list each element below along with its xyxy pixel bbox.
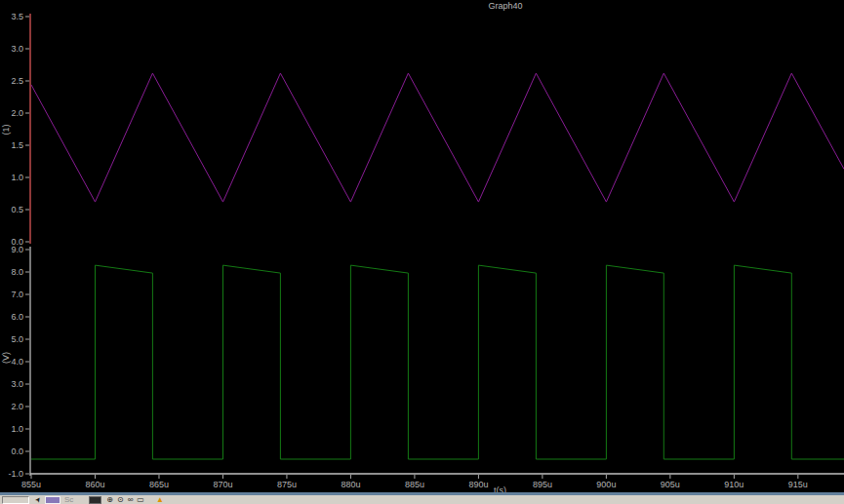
x-tick-label: 880u bbox=[336, 480, 365, 489]
y-tick-label: 3.0 bbox=[0, 379, 23, 389]
x-tick-label: 895u bbox=[528, 480, 557, 489]
plot-canvas[interactable]: 3.53.02.52.01.51.00.50.09.08.07.06.05.04… bbox=[0, 0, 844, 492]
y-tick-label: 1.0 bbox=[0, 424, 23, 434]
y-tick-label: 6.0 bbox=[0, 312, 23, 322]
box-icon[interactable]: ▭ bbox=[137, 495, 144, 504]
x-tick-label: 885u bbox=[400, 480, 429, 489]
x-tick-label: 910u bbox=[719, 480, 748, 489]
x-tick-label: 865u bbox=[144, 480, 174, 489]
y-tick-label: 3.0 bbox=[0, 44, 23, 54]
y-tick-label: 0.5 bbox=[0, 205, 23, 214]
circle-plus-icon[interactable]: ⊕ bbox=[106, 495, 113, 504]
y-tick-label: 8.0 bbox=[0, 267, 23, 277]
y-tick-label: -1.0 bbox=[0, 469, 23, 479]
top-y-axis-label: (1) bbox=[1, 120, 11, 139]
bottom-y-axis-label: (V) bbox=[1, 348, 11, 368]
graph-window: Graph40 3.53.02.52.01.51.00.50.09.08.07.… bbox=[0, 0, 844, 504]
status-bar-body: ➤ Sc ⊕ ⊙ ∞ ▭ ▲ bbox=[0, 495, 844, 504]
x-tick-label: 900u bbox=[591, 480, 621, 489]
x-tick-label: 875u bbox=[272, 480, 301, 489]
y-tick-label: 2.0 bbox=[0, 108, 23, 118]
x-tick-label: 860u bbox=[80, 480, 109, 489]
infinity-icon[interactable]: ∞ bbox=[128, 495, 134, 504]
waveform-svg bbox=[0, 0, 844, 492]
x-tick-label: 915u bbox=[784, 480, 813, 489]
y-tick-label: 2.0 bbox=[0, 402, 23, 411]
y-tick-label: 9.0 bbox=[0, 245, 23, 254]
circle-icon[interactable]: ⊙ bbox=[117, 495, 124, 504]
y-tick-label: 1.5 bbox=[0, 140, 23, 150]
status-cell bbox=[2, 496, 29, 504]
x-tick-label: 855u bbox=[17, 480, 46, 489]
x-tick-label: 905u bbox=[656, 480, 685, 489]
monitor-icon[interactable] bbox=[89, 496, 101, 504]
y-tick-label: 0.0 bbox=[0, 446, 23, 456]
y-tick-label: 5.0 bbox=[0, 334, 23, 344]
warning-icon[interactable]: ▲ bbox=[156, 495, 164, 504]
y-tick-label: 3.5 bbox=[0, 12, 23, 21]
active-tool-button[interactable] bbox=[45, 496, 60, 504]
square-wave bbox=[31, 265, 844, 459]
y-tick-label: 7.0 bbox=[0, 290, 23, 299]
cursor-arrow-icon[interactable]: ➤ bbox=[33, 495, 44, 504]
toolbar-label: Sc bbox=[64, 495, 73, 504]
status-bar: ➤ Sc ⊕ ⊙ ∞ ▭ ▲ bbox=[0, 492, 844, 504]
triangle-wave bbox=[31, 73, 844, 202]
y-tick-label: 2.5 bbox=[0, 76, 23, 86]
x-tick-label: 870u bbox=[208, 480, 237, 489]
x-tick-label: 890u bbox=[463, 480, 493, 489]
y-tick-label: 1.0 bbox=[0, 173, 23, 182]
